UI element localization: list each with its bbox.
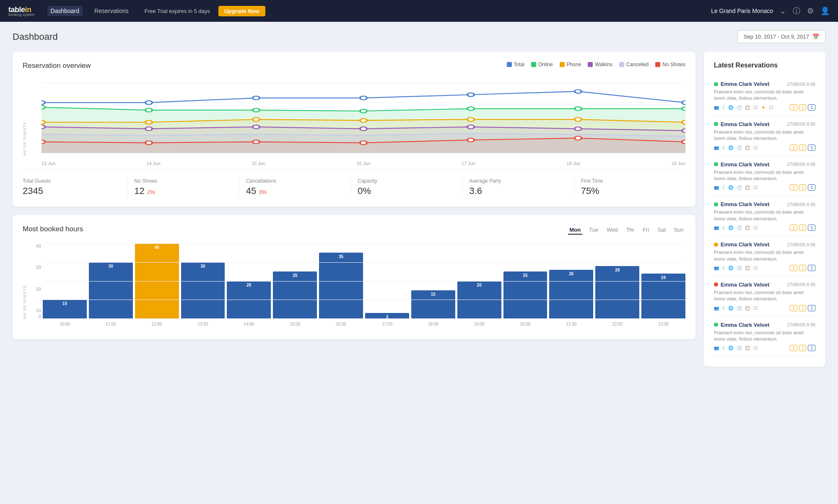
svg-point-18 bbox=[360, 109, 367, 113]
list-item: Emma Clark Velvet 27/06/08 9:30 Praesent… bbox=[714, 196, 815, 236]
res-name-text: Emma Clark Velvet bbox=[721, 201, 769, 207]
svg-point-10 bbox=[360, 96, 367, 100]
status-dot bbox=[714, 162, 718, 166]
nav-dashboard[interactable]: Dashboard bbox=[47, 6, 83, 16]
svg-point-44 bbox=[467, 138, 474, 142]
res-tag: 1 bbox=[790, 184, 797, 191]
trial-text: Free Trial expires in 5 days bbox=[145, 8, 210, 14]
calendar-icon: 📋 bbox=[745, 306, 750, 310]
res-tag: 1 bbox=[790, 225, 797, 231]
res-date: 27/06/08 9:30 bbox=[787, 121, 815, 127]
list-item: Emma Clark Velvet 27/06/08 9:30 Praesent… bbox=[714, 317, 815, 357]
calendar-icon: 📋 bbox=[745, 145, 750, 150]
date-range-button[interactable]: Sep 10, 2017 - Oct 9, 2017 📅 bbox=[737, 30, 825, 43]
res-name-text: Emma Clark Velvet bbox=[721, 121, 769, 127]
guests-icon: 👥 bbox=[714, 105, 719, 110]
svg-point-45 bbox=[575, 136, 581, 140]
svg-point-8 bbox=[145, 101, 152, 104]
clock-icon: 🕐 bbox=[737, 105, 742, 110]
clock-icon: 🕐 bbox=[737, 145, 742, 150]
settings-icon[interactable]: ⚙ bbox=[807, 6, 814, 16]
calendar-icon: 📋 bbox=[745, 225, 750, 230]
bar-chart-ylabel: NO OF GUESTS bbox=[23, 243, 29, 319]
res-tag: 1 bbox=[799, 184, 807, 191]
upgrade-button[interactable]: Upgrade Now bbox=[218, 6, 265, 16]
svg-point-19 bbox=[467, 107, 474, 111]
left-column: Reservation overview Total Online Pho bbox=[13, 52, 695, 367]
day-tab-wed[interactable]: Wed bbox=[605, 226, 620, 235]
day-tabs: Mon Tue Wed Thr Fri Sat Sun bbox=[568, 226, 685, 235]
res-description: Praesent enim nisi, commodo sit dolar am… bbox=[714, 330, 815, 343]
status-dot bbox=[714, 243, 718, 247]
legend-total: Total bbox=[507, 62, 524, 67]
res-tag: 1 bbox=[808, 225, 815, 231]
res-date: 27/06/08 9:30 bbox=[787, 162, 815, 167]
res-tag: 1 bbox=[808, 265, 815, 271]
page-header: Dashboard Sep 10, 2017 - Oct 9, 2017 📅 bbox=[13, 30, 825, 43]
guests-icon: 👥 bbox=[714, 225, 719, 230]
res-tag: 1 bbox=[799, 104, 807, 111]
star-icon: ★ bbox=[761, 105, 765, 110]
stat-avg-party: Average Party 3.6 bbox=[462, 178, 574, 196]
main-layout: Reservation overview Total Online Pho bbox=[13, 52, 825, 367]
res-tag: 1 bbox=[790, 265, 797, 271]
legend-phone: Phone bbox=[560, 62, 581, 67]
svg-point-21 bbox=[682, 107, 685, 111]
stats-row: Total Guests 2345 No Shows 12 2% Cancell… bbox=[23, 169, 685, 196]
day-tab-thr[interactable]: Thr bbox=[625, 226, 636, 235]
chart-header: Reservation overview Total Online Pho bbox=[23, 62, 685, 72]
legend-cancelled: Cancelled bbox=[619, 62, 649, 67]
svg-point-12 bbox=[575, 90, 581, 93]
globe-icon: 🌐 bbox=[728, 225, 733, 230]
res-date: 27/06/08 9:30 bbox=[787, 202, 815, 207]
day-tab-sun[interactable]: Sun bbox=[672, 226, 685, 235]
nav-reservations[interactable]: Reservations bbox=[91, 6, 132, 16]
day-tab-sat[interactable]: Sat bbox=[656, 226, 667, 235]
svg-point-42 bbox=[253, 140, 259, 144]
info-icon[interactable]: ⓘ bbox=[793, 6, 800, 16]
day-tab-fri[interactable]: Fri bbox=[641, 226, 651, 235]
svg-point-11 bbox=[467, 93, 474, 97]
res-tag: 1 bbox=[790, 145, 797, 151]
res-date: 27/06/08 9:30 bbox=[787, 82, 815, 87]
res-description: Praesent enim nisi, commodo sit dolar am… bbox=[714, 249, 815, 262]
list-item: Emma Clark Velvet 27/06/08 9:30 Praesent… bbox=[714, 76, 815, 116]
day-tab-tue[interactable]: Tue bbox=[587, 226, 600, 235]
res-name-text: Emma Clark Velvet bbox=[721, 241, 769, 248]
svg-point-35 bbox=[467, 125, 474, 129]
clock-icon: 🕐 bbox=[737, 306, 742, 310]
clock-icon: 🕐 bbox=[737, 346, 742, 350]
globe-icon: 🌐 bbox=[728, 185, 733, 190]
globe-icon: 🌐 bbox=[728, 145, 733, 150]
chevron-down-icon[interactable]: ⌄ bbox=[780, 6, 786, 16]
svg-point-24 bbox=[145, 120, 152, 124]
res-description: Praesent enim nisi, commodo sit dolar am… bbox=[714, 89, 815, 102]
panel-title: Latest Reservations bbox=[714, 62, 815, 69]
day-tab-mon[interactable]: Mon bbox=[568, 226, 583, 235]
line-chart-ylabel: NO OF GUESTS bbox=[23, 78, 29, 155]
stat-no-shows: No Shows 12 2% bbox=[127, 178, 239, 196]
svg-point-46 bbox=[682, 140, 685, 144]
res-tag: 1 bbox=[790, 305, 797, 311]
venue-name: Le Grand Paris Monaco bbox=[711, 8, 773, 14]
overview-chart-title: Reservation overview bbox=[23, 62, 91, 70]
user-icon[interactable]: 👤 bbox=[820, 6, 830, 16]
list-item: Emma Clark Velvet 27/06/08 9:30 Praesent… bbox=[714, 236, 815, 277]
svg-point-36 bbox=[575, 127, 581, 131]
guests-icon: 👥 bbox=[714, 145, 719, 150]
top-navigation: tablein booking system Dashboard Reserva… bbox=[0, 0, 838, 22]
bar-chart-inner: 40 30 20 10 0 bbox=[43, 243, 685, 329]
res-tag: 1 bbox=[799, 265, 807, 271]
svg-point-9 bbox=[253, 96, 259, 100]
svg-point-28 bbox=[575, 118, 581, 121]
svg-point-43 bbox=[360, 141, 367, 145]
res-tag: 1 bbox=[808, 345, 815, 351]
chart-legend: Total Online Phone Walkins bbox=[507, 62, 685, 67]
stat-capacity: Capacity 0% bbox=[351, 178, 462, 196]
res-tag: 1 bbox=[799, 305, 807, 311]
res-name-text: Emma Clark Velvet bbox=[721, 282, 769, 288]
status-dot bbox=[714, 202, 718, 207]
right-column: Latest Reservations Emma Clark Velvet 27… bbox=[704, 52, 825, 367]
svg-point-33 bbox=[253, 125, 259, 129]
res-name-text: Emma Clark Velvet bbox=[721, 81, 769, 87]
